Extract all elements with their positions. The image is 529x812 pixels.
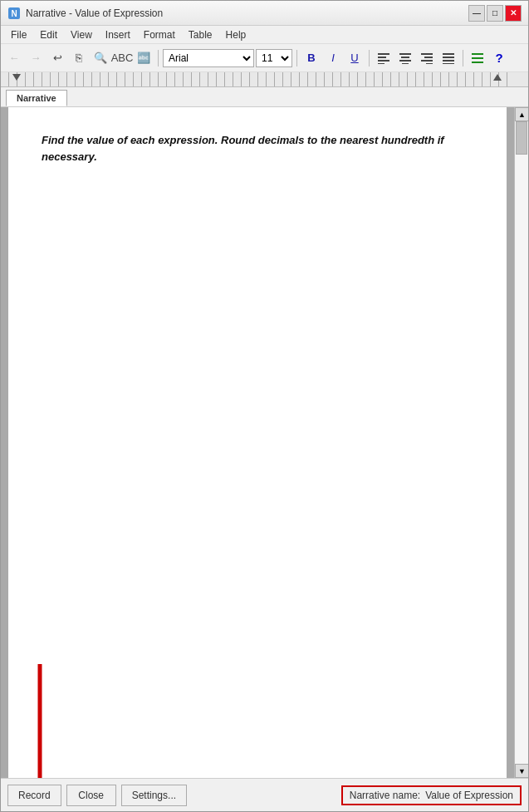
search-button[interactable]: 🔍 bbox=[91, 48, 110, 68]
narrative-name-label: Narrative name: bbox=[350, 790, 420, 801]
svg-rect-2 bbox=[378, 53, 389, 55]
document-page: Find the value of each expression. Round… bbox=[8, 107, 507, 778]
bold-button[interactable]: B bbox=[301, 48, 321, 68]
svg-rect-3 bbox=[378, 57, 386, 58]
svg-text:N: N bbox=[11, 9, 17, 18]
menu-format[interactable]: Format bbox=[137, 27, 182, 42]
svg-rect-4 bbox=[378, 60, 389, 62]
align-right-button[interactable] bbox=[417, 48, 437, 68]
svg-rect-16 bbox=[443, 60, 454, 62]
toolbar-separator-4 bbox=[463, 50, 463, 66]
svg-rect-19 bbox=[472, 57, 483, 59]
tab-bar: Narrative bbox=[1, 87, 528, 107]
ruler-scale bbox=[1, 72, 513, 86]
bottom-bar: Record Close Settings... Narrative name:… bbox=[1, 778, 528, 811]
minimize-button[interactable]: — bbox=[468, 5, 485, 22]
svg-rect-7 bbox=[401, 57, 409, 58]
menu-table[interactable]: Table bbox=[182, 27, 219, 42]
ruler-right-marker[interactable] bbox=[493, 74, 502, 81]
scroll-thumb[interactable] bbox=[516, 121, 527, 155]
title-bar: N Narrative - Value of Expression — □ ✕ bbox=[1, 1, 528, 26]
svg-rect-17 bbox=[443, 63, 454, 64]
svg-rect-9 bbox=[402, 63, 409, 64]
scroll-up-button[interactable]: ▲ bbox=[515, 107, 528, 121]
content-wrapper: Find the value of each expression. Round… bbox=[1, 107, 528, 778]
arrow-annotation bbox=[23, 656, 73, 778]
close-window-button[interactable]: ✕ bbox=[505, 5, 522, 22]
tab-narrative[interactable]: Narrative bbox=[6, 90, 67, 106]
ruler bbox=[1, 72, 528, 87]
svg-rect-11 bbox=[424, 57, 433, 58]
svg-rect-8 bbox=[399, 60, 411, 62]
menu-help[interactable]: Help bbox=[219, 27, 253, 42]
undo-button[interactable]: ↩ bbox=[47, 48, 67, 68]
menu-file[interactable]: File bbox=[4, 27, 33, 42]
forward-button[interactable]: → bbox=[26, 48, 46, 68]
ruler-left-marker[interactable] bbox=[12, 74, 21, 81]
svg-rect-14 bbox=[443, 53, 454, 55]
copy-button[interactable]: ⎘ bbox=[69, 48, 89, 68]
align-justify-button[interactable] bbox=[438, 48, 458, 68]
another-button[interactable]: 🔤 bbox=[134, 48, 154, 68]
font-size-selector[interactable]: 11 10 12 14 bbox=[256, 49, 292, 67]
narrative-name-area: Narrative name: Value of Expression bbox=[341, 785, 522, 805]
window-controls: — □ ✕ bbox=[468, 5, 522, 22]
menu-view[interactable]: View bbox=[64, 27, 99, 42]
italic-button[interactable]: I bbox=[323, 48, 343, 68]
menu-insert[interactable]: Insert bbox=[99, 27, 137, 42]
help-button[interactable]: ? bbox=[489, 48, 509, 68]
narrative-name-value: Value of Expression bbox=[425, 790, 513, 801]
svg-rect-12 bbox=[421, 60, 433, 62]
svg-rect-18 bbox=[472, 53, 483, 55]
svg-rect-5 bbox=[378, 63, 385, 64]
font-selector[interactable]: Arial Times New Roman Courier New bbox=[163, 49, 254, 67]
svg-rect-6 bbox=[399, 53, 411, 55]
settings-button[interactable]: Settings... bbox=[121, 785, 187, 806]
svg-rect-10 bbox=[421, 53, 433, 55]
menu-edit[interactable]: Edit bbox=[33, 27, 64, 42]
maximize-button[interactable]: □ bbox=[487, 5, 503, 22]
toolbar: ← → ↩ ⎘ 🔍 ABC 🔤 Arial Times New Roman Co… bbox=[1, 44, 528, 72]
back-button[interactable]: ← bbox=[4, 48, 24, 68]
align-left-button[interactable] bbox=[374, 48, 394, 68]
svg-rect-20 bbox=[472, 62, 483, 63]
list-button[interactable] bbox=[468, 48, 487, 68]
main-window: N Narrative - Value of Expression — □ ✕ … bbox=[0, 0, 529, 812]
menu-bar: File Edit View Insert Format Table Help bbox=[1, 26, 528, 44]
toolbar-separator-1 bbox=[158, 50, 159, 66]
align-center-button[interactable] bbox=[395, 48, 415, 68]
narrative-text: Find the value of each expression. Round… bbox=[42, 132, 473, 165]
underline-button[interactable]: U bbox=[345, 48, 365, 68]
scroll-track[interactable] bbox=[515, 121, 528, 764]
toolbar-separator-2 bbox=[296, 50, 297, 66]
svg-rect-13 bbox=[426, 63, 433, 64]
app-icon: N bbox=[7, 7, 21, 20]
page-content: Find the value of each expression. Round… bbox=[42, 132, 473, 165]
spellcheck-button[interactable]: ABC bbox=[112, 48, 132, 68]
svg-rect-15 bbox=[443, 57, 454, 58]
vertical-scrollbar: ▲ ▼ bbox=[514, 107, 528, 778]
close-button[interactable]: Close bbox=[66, 785, 116, 806]
page-area: Find the value of each expression. Round… bbox=[1, 107, 514, 778]
record-button[interactable]: Record bbox=[7, 785, 61, 806]
toolbar-separator-3 bbox=[369, 50, 370, 66]
scroll-down-button[interactable]: ▼ bbox=[515, 764, 528, 778]
window-title: Narrative - Value of Expression bbox=[26, 7, 468, 19]
